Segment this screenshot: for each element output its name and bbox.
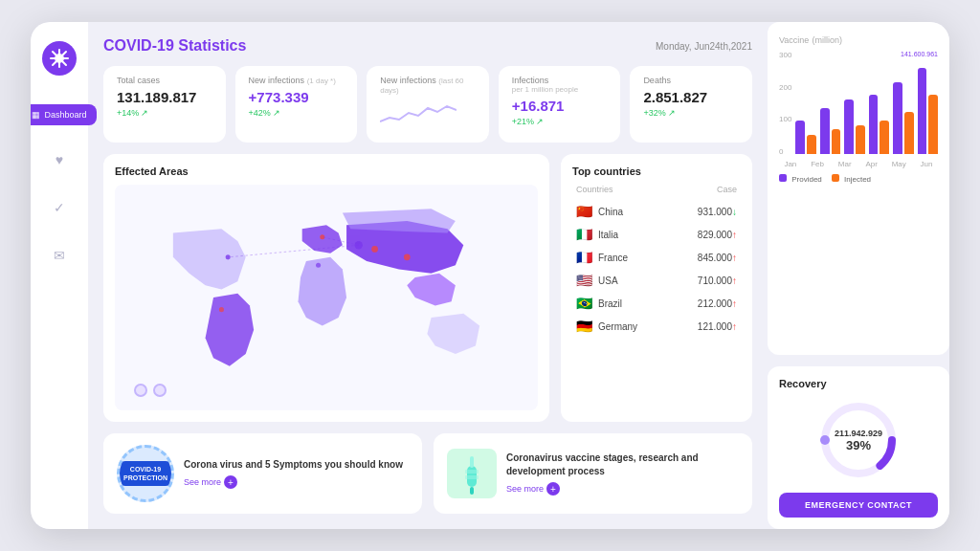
recovery-donut: 211.942.929 39% bbox=[779, 397, 938, 483]
svg-rect-16 bbox=[465, 470, 479, 474]
header: COVID-19 Statistics Monday, Jun24th,2021 bbox=[103, 37, 752, 55]
country-name-usa: USA bbox=[598, 276, 698, 286]
map-title: Effected Areas bbox=[115, 165, 538, 177]
legend-dot-provided bbox=[779, 174, 787, 182]
stat-label-new-infections-60d: New infections (last 60 days) bbox=[380, 76, 476, 95]
country-name-brazil: Brazil bbox=[598, 298, 698, 309]
chart-bars bbox=[795, 51, 938, 156]
bar-feb-injected bbox=[832, 129, 841, 154]
country-cases-usa: 710.000 bbox=[698, 276, 732, 286]
country-row-france: 🇫🇷 France 845.000 ↑ bbox=[572, 246, 741, 269]
main-content: COVID-19 Statistics Monday, Jun24th,2021… bbox=[88, 22, 768, 529]
country-cases-germany: 121.000 bbox=[698, 321, 732, 332]
bar-group-mar bbox=[844, 99, 864, 154]
country-cases-france: 845.000 bbox=[698, 253, 732, 263]
bar-jan-injected bbox=[807, 135, 816, 154]
country-trend-china: ↓ bbox=[732, 207, 737, 217]
stat-card-new-infections-day: New infections (1 day *) +773.339 +42% ↗ bbox=[235, 66, 358, 143]
info-card-vaccine-link[interactable]: See more + bbox=[506, 482, 739, 496]
bar-group-may bbox=[893, 82, 913, 154]
stat-value-infections-per-million: +16.871 bbox=[512, 98, 608, 114]
sidebar-item-dashboard[interactable]: ▦ Dashboard bbox=[31, 104, 97, 125]
chart-legend: Provided Injected bbox=[779, 174, 938, 184]
countries-table-header: Countries Case bbox=[572, 185, 741, 194]
bar-feb-provided bbox=[820, 108, 830, 154]
stat-cards-row: Total cases 131.189.817 +14% ↗ New infec… bbox=[103, 66, 752, 143]
bottom-row: COVID-19PROTECTION Corona virus and 5 Sy… bbox=[103, 433, 752, 514]
stat-value-new-infections-day: +773.339 bbox=[249, 89, 345, 105]
country-name-china: China bbox=[598, 207, 698, 217]
svg-rect-15 bbox=[470, 456, 474, 468]
flag-italia: 🇮🇹 bbox=[576, 227, 592, 242]
country-row-brazil: 🇧🇷 Brazil 212.000 ↑ bbox=[572, 292, 741, 315]
bar-mar-injected bbox=[856, 125, 865, 154]
flag-france: 🇫🇷 bbox=[576, 250, 592, 265]
stat-value-deaths: 2.851.827 bbox=[643, 89, 739, 105]
svg-point-6 bbox=[371, 246, 378, 253]
country-trend-germany: ↑ bbox=[732, 321, 737, 332]
info-card-symptoms: COVID-19PROTECTION Corona virus and 5 Sy… bbox=[103, 433, 422, 514]
countries-title: Top countries bbox=[572, 165, 741, 177]
stat-label-total-cases: Total cases bbox=[117, 76, 212, 85]
stat-label-deaths: Deaths bbox=[643, 76, 739, 85]
mini-line-chart bbox=[380, 99, 457, 125]
emergency-contact-button[interactable]: EMERGENCY CONTACT bbox=[779, 493, 938, 518]
bar-apr-injected bbox=[880, 121, 889, 154]
svg-line-12 bbox=[228, 245, 359, 257]
chart-y-axis: 300 200 100 0 bbox=[779, 51, 791, 156]
flag-brazil: 🇧🇷 bbox=[576, 296, 592, 311]
stat-card-total-cases: Total cases 131.189.817 +14% ↗ bbox=[103, 66, 226, 143]
page-title: COVID-19 Statistics bbox=[103, 37, 246, 55]
flag-germany: 🇩🇪 bbox=[576, 319, 592, 334]
info-card-symptoms-title: Corona virus and 5 Symptoms you should k… bbox=[184, 458, 409, 472]
flag-china: 🇨🇳 bbox=[576, 204, 592, 219]
stat-change-new-infections-day: +42% ↗ bbox=[249, 108, 345, 118]
bar-may-provided bbox=[893, 82, 902, 154]
legend-provided: Provided bbox=[779, 174, 822, 184]
syringe-svg bbox=[454, 449, 490, 498]
recovery-value: 211.942.929 bbox=[835, 429, 882, 438]
stat-label-infections-per-million: Infections per 1 million people bbox=[512, 76, 608, 94]
country-name-france: France bbox=[598, 253, 698, 263]
bar-jun-provided bbox=[918, 68, 927, 154]
country-cases-china: 931.000 bbox=[698, 207, 732, 217]
middle-row: Effected Areas bbox=[103, 154, 752, 422]
stat-change-total-cases: +14% ↗ bbox=[117, 108, 212, 118]
right-panel: Vaccine (million) 300 200 100 0 141.600.… bbox=[768, 22, 949, 529]
sidebar-item-message[interactable]: ✉ bbox=[46, 242, 73, 269]
sidebar-item-check[interactable]: ✓ bbox=[46, 194, 73, 221]
country-trend-brazil: ↑ bbox=[732, 298, 737, 309]
info-card-vaccine-title: Coronavirus vaccine stages, research and… bbox=[506, 452, 739, 478]
vaccine-chart-title: Vaccine (million) bbox=[779, 33, 938, 45]
recovery-percentage: 39% bbox=[835, 438, 882, 452]
info-card-vaccine: Coronavirus vaccine stages, research and… bbox=[434, 433, 752, 514]
info-card-symptoms-link[interactable]: See more + bbox=[184, 475, 409, 489]
svg-point-8 bbox=[226, 254, 231, 259]
country-row-germany: 🇩🇪 Germany 121.000 ↑ bbox=[572, 315, 741, 338]
svg-point-21 bbox=[820, 435, 830, 445]
sidebar-item-heart[interactable]: ♥ bbox=[46, 146, 73, 173]
sidebar: ▦ Dashboard ♥ ✓ ✉ bbox=[31, 22, 88, 529]
legend-injected: Injected bbox=[832, 174, 871, 184]
stat-change-infections-per-million: +21% ↗ bbox=[512, 117, 608, 126]
bar-jun-injected bbox=[928, 95, 938, 154]
svg-point-9 bbox=[219, 307, 224, 312]
country-row-china: 🇨🇳 China 931.000 ↓ bbox=[572, 200, 741, 223]
flag-usa: 🇺🇸 bbox=[576, 273, 592, 288]
symptoms-icon: COVID-19PROTECTION bbox=[117, 445, 174, 502]
svg-rect-17 bbox=[465, 475, 479, 479]
info-card-vaccine-text: Coronavirus vaccine stages, research and… bbox=[506, 452, 739, 496]
donut-center-text: 211.942.929 39% bbox=[835, 429, 882, 452]
world-map-svg bbox=[115, 185, 538, 410]
recovery-title: Recovery bbox=[779, 378, 938, 389]
sidebar-nav: ▦ Dashboard ♥ ✓ ✉ bbox=[31, 104, 97, 269]
plus-icon-2: + bbox=[546, 482, 560, 496]
chart-x-axis: Jan Feb Mar Apr May Jun bbox=[779, 160, 938, 168]
app-logo bbox=[42, 41, 77, 76]
country-name-germany: Germany bbox=[598, 321, 698, 332]
svg-point-10 bbox=[316, 263, 321, 268]
legend-dot-injected bbox=[832, 174, 839, 182]
bar-group-jun bbox=[918, 68, 938, 154]
country-row-usa: 🇺🇸 USA 710.000 ↑ bbox=[572, 269, 741, 292]
vaccine-icon bbox=[447, 449, 497, 498]
